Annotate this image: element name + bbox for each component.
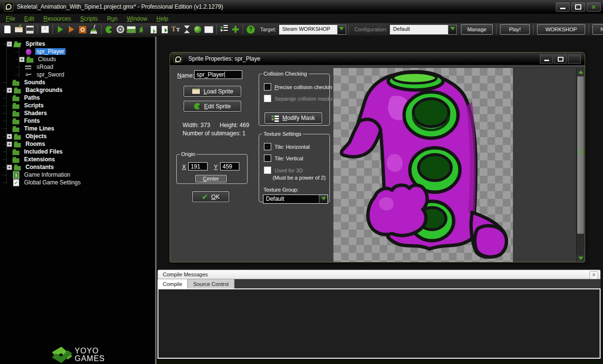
separate-masks-checkbox [264, 95, 271, 102]
create-executable-icon[interactable] [39, 24, 51, 35]
stop-icon[interactable] [77, 24, 88, 35]
tree-item-included-files[interactable]: Included Files [0, 148, 155, 156]
name-input[interactable]: spr_Player [194, 70, 242, 79]
panel-splitter[interactable] [155, 37, 157, 364]
expander-icon[interactable]: + [7, 88, 12, 93]
dialog-minimize-button[interactable] [540, 54, 553, 64]
clean-icon[interactable] [88, 24, 99, 35]
tree-item-paths[interactable]: Paths [0, 94, 155, 102]
create-background-icon[interactable] [126, 24, 137, 35]
dialog-logo-icon [173, 54, 182, 63]
expander-icon[interactable]: + [19, 57, 25, 62]
modify-mask-button[interactable]: Modify Mask [264, 112, 322, 124]
tree-item-objects[interactable]: +Objects [0, 132, 155, 140]
tree-item-scripts[interactable]: Scripts [0, 102, 155, 109]
target-dropdown[interactable]: Steam WORKSHOP [279, 25, 346, 35]
toolbar-separator [37, 25, 38, 34]
menu-run[interactable]: Run [107, 15, 118, 22]
close-button[interactable] [587, 2, 601, 12]
tile-vertical-checkbox[interactable] [264, 155, 271, 162]
transparency-checkerboard [333, 68, 513, 262]
tab-source-control[interactable]: Source Control [188, 279, 234, 288]
tree-item-extensions[interactable]: Extensions [0, 156, 155, 163]
expander-icon[interactable]: − [7, 41, 12, 47]
create-script-icon[interactable] [148, 24, 159, 35]
precise-collision-row: Precise collision checking [264, 83, 335, 91]
new-icon[interactable] [2, 24, 13, 35]
tab-compile[interactable]: Compile [157, 279, 188, 288]
tile-vertical-row: Tile: Vertical [264, 155, 303, 162]
open-icon[interactable] [13, 24, 24, 35]
help-icon[interactable] [245, 24, 256, 35]
sprite-icon [25, 48, 33, 55]
tree-item-time-lines[interactable]: Time Lines [0, 125, 155, 132]
create-object-icon[interactable] [192, 24, 203, 35]
origin-y-input[interactable]: 459 [220, 162, 239, 170]
add-icon[interactable] [230, 24, 241, 35]
tree-item-spr-player[interactable]: spr_Player [0, 48, 155, 55]
tree-item-sounds[interactable]: Sounds [0, 78, 155, 86]
run-icon[interactable] [55, 24, 66, 35]
create-room-icon[interactable] [203, 24, 214, 35]
tree-item-shaders[interactable]: Shaders [0, 109, 155, 117]
load-sprite-button[interactable]: Load Sprite [184, 86, 241, 97]
maximize-button[interactable] [571, 2, 585, 12]
menu-help[interactable]: Help [157, 15, 169, 22]
create-sound-icon[interactable] [115, 24, 126, 35]
tree-item-fonts[interactable]: Fonts [0, 117, 155, 125]
dialog-titlebar[interactable]: Sprite Properties: spr_Playe [170, 52, 585, 65]
center-button[interactable]: Center [195, 175, 227, 182]
tree-item-sprites[interactable]: −Sprites [0, 40, 155, 48]
expander-icon[interactable]: + [7, 142, 12, 147]
tree-item-game-information[interactable]: Game Information [0, 171, 155, 179]
expander-icon[interactable]: + [7, 134, 12, 139]
tile-horizontal-checkbox[interactable] [264, 143, 271, 150]
manage-button[interactable]: Manage [461, 24, 493, 35]
menu-edit[interactable]: Edit [24, 15, 34, 22]
dialog-close-button[interactable] [568, 54, 581, 64]
scroll-down-button[interactable] [577, 255, 585, 262]
origin-x-input[interactable]: 191 [188, 162, 208, 170]
tree-item-constants[interactable]: +Constants [0, 163, 155, 171]
compile-panel-close-button[interactable] [590, 271, 598, 279]
menu-file[interactable]: File [6, 15, 15, 22]
create-path-icon[interactable] [137, 24, 148, 35]
news-button-partial[interactable]: Ne [592, 24, 603, 35]
menu-window[interactable]: Window [127, 15, 147, 22]
scroll-thumb[interactable] [577, 76, 584, 234]
texture-group-dropdown[interactable]: Default [263, 195, 328, 204]
expander-icon[interactable]: + [7, 165, 12, 170]
tree-item-spr-sword[interactable]: spr_Sword [0, 71, 155, 78]
name-label: Name: [177, 72, 194, 79]
dialog-title: Sprite Properties: spr_Playe [188, 55, 260, 62]
menu-resources[interactable]: Resources [43, 15, 71, 22]
menu-scripts[interactable]: Scripts [80, 15, 98, 22]
create-timeline-icon[interactable] [181, 24, 192, 35]
precise-collision-checkbox[interactable] [264, 83, 271, 91]
tree-item-clouds[interactable]: +Clouds [0, 55, 155, 63]
dialog-maximize-button[interactable] [554, 54, 567, 64]
scroll-up-button[interactable] [577, 68, 585, 76]
debug-icon[interactable] [66, 24, 77, 35]
tree-item-sroad[interactable]: sRoad [0, 63, 155, 71]
tree-item-backgrounds[interactable]: +Backgrounds [0, 86, 155, 94]
texture-settings-group: Texture Settings Tile: Horizontal Tile: … [259, 131, 330, 202]
workshop-button[interactable]: WORKSHOP [537, 24, 585, 35]
create-shader-icon[interactable] [159, 24, 170, 35]
origin-group: Origin X 191 Y 459 Center [176, 151, 248, 184]
minimize-button[interactable] [556, 2, 570, 12]
create-font-icon[interactable] [170, 24, 181, 35]
play-button[interactable]: Play! [500, 24, 530, 35]
chevron-down-icon [448, 25, 457, 34]
resource-list-icon[interactable] [219, 24, 230, 35]
configuration-dropdown[interactable]: Default [390, 25, 457, 35]
edit-sprite-button[interactable]: Edit Sprite [184, 101, 241, 112]
create-sprite-icon[interactable] [104, 24, 115, 35]
ok-button[interactable]: OK [192, 191, 229, 202]
save-icon[interactable] [24, 24, 35, 35]
folder-icon [12, 94, 20, 101]
window-title: Skeletal_Animation_With_Spine1.project.g… [17, 3, 223, 10]
tree-item-rooms[interactable]: +Rooms [0, 140, 155, 148]
window-controls [556, 2, 601, 12]
tree-item-global-game-settings[interactable]: Global Game Settings [0, 179, 155, 186]
